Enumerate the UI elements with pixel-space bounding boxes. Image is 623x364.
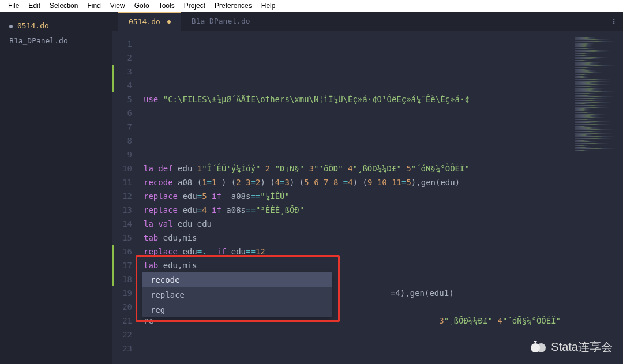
autocomplete-option[interactable]: recode: [142, 272, 332, 287]
code-line[interactable]: replace edu=4 if a08s=="³ÈÈÈ¸ßÖÐ": [144, 203, 623, 217]
tab-overflow-icon[interactable]: ⋯: [608, 18, 620, 25]
tab[interactable]: 0514.do: [118, 12, 181, 31]
menu-help[interactable]: Help: [257, 0, 280, 12]
menu-view[interactable]: View: [106, 0, 130, 12]
menu-goto[interactable]: Goto: [130, 0, 154, 12]
menu-selection[interactable]: Selection: [45, 0, 82, 12]
autocomplete-option[interactable]: replace: [142, 287, 332, 302]
code-editor[interactable]: use "C:\FILES\±¾µØ´ÅÅÌE\others\xmu\Ñ¦ìÏ¼…: [136, 31, 623, 364]
line-number-gutter: 1234567891011121314151617181920212223: [116, 31, 136, 364]
open-files-sidebar: 0514.doB1a_DPanel.do: [0, 12, 112, 364]
code-line[interactable]: use "C:\FILES\±¾µØ´ÅÅÌE\others\xmu\Ñ¦ìÏ¼…: [144, 92, 623, 106]
menu-bar: FileEditSelectionFindViewGotoToolsProjec…: [0, 0, 623, 12]
autocomplete-option[interactable]: reg: [142, 302, 332, 317]
code-line[interactable]: la def edu 1"Î´ÊÜ¹ý¼Ìóý" 2 "Ð¡Ñ§" 3"³õÖÐ…: [144, 162, 623, 175]
menu-file[interactable]: File: [3, 0, 24, 12]
autocomplete-popup[interactable]: recodereplacereg: [142, 272, 332, 317]
code-line-19-tail: =4),gen(edu1): [391, 286, 454, 300]
code-line[interactable]: recode a08 (1=1 ) (2 3=2) (4=3) (5 6 7 8…: [144, 175, 623, 189]
menu-find[interactable]: Find: [82, 0, 105, 12]
code-line-20-tail: 3"¸ßÖÐ¼¼Ð£" 4"´óÑ§¼°ÒÔÉÏ": [391, 300, 561, 342]
code-line[interactable]: [144, 106, 623, 120]
code-line[interactable]: la val edu edu: [144, 217, 623, 231]
code-line[interactable]: [144, 134, 623, 148]
code-line[interactable]: replace edu=5 if a08s=="¼ÌÊÚ": [144, 189, 623, 203]
code-line[interactable]: [144, 355, 623, 364]
menu-edit[interactable]: Edit: [24, 0, 45, 12]
sidebar-file[interactable]: B1a_DPanel.do: [5, 33, 108, 48]
tab[interactable]: B1a_DPanel.do: [181, 12, 261, 31]
menu-project[interactable]: Project: [179, 0, 210, 12]
code-line[interactable]: [144, 342, 623, 355]
code-line[interactable]: tab edu,mis: [144, 231, 623, 245]
sidebar-file[interactable]: 0514.do: [5, 18, 108, 33]
tab-bar: 0514.doB1a_DPanel.do⋯: [112, 12, 623, 31]
code-line[interactable]: tab edu,mis: [144, 258, 623, 272]
code-line[interactable]: [144, 120, 623, 134]
minimap[interactable]: [575, 37, 621, 152]
code-line[interactable]: [144, 148, 623, 162]
menu-preferences[interactable]: Preferences: [210, 0, 257, 12]
code-line[interactable]: replace edu=. if edu==12: [144, 245, 623, 258]
menu-tools[interactable]: Tools: [154, 0, 179, 12]
